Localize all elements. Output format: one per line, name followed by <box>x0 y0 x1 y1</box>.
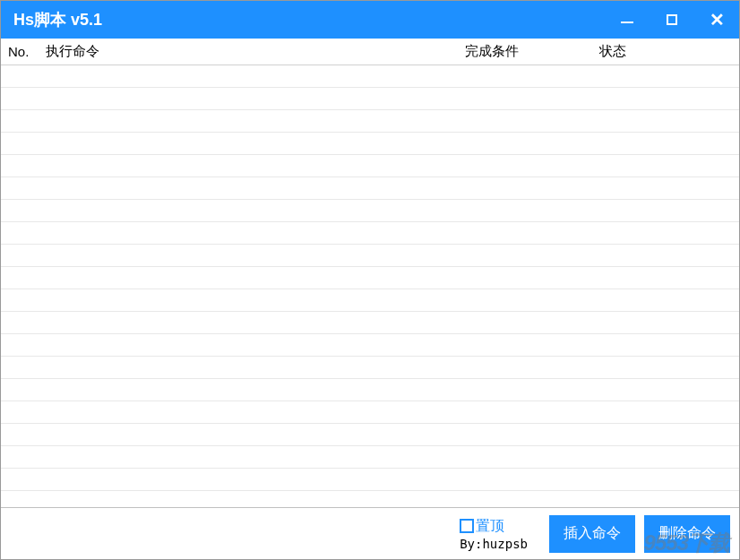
minimize-icon <box>621 22 633 23</box>
table-row[interactable] <box>1 401 739 424</box>
window-controls: ✕ <box>605 1 739 39</box>
maximize-button[interactable] <box>650 1 694 39</box>
table-row[interactable] <box>1 446 739 469</box>
header-status: 状态 <box>596 43 739 60</box>
delete-command-button[interactable]: 删除命令 <box>644 515 730 553</box>
table-header: No. 执行命令 完成条件 状态 <box>1 39 739 65</box>
table-row[interactable] <box>1 177 739 200</box>
table-row[interactable] <box>1 222 739 245</box>
minimize-button[interactable] <box>605 1 650 39</box>
table-row[interactable] <box>1 65 739 88</box>
header-command: 执行命令 <box>42 43 461 60</box>
pin-top-label: 置顶 <box>476 517 504 536</box>
table-row[interactable] <box>1 312 739 334</box>
header-condition: 完成条件 <box>461 43 596 60</box>
table-row[interactable] <box>1 155 739 177</box>
byline: By:huzpsb <box>460 537 528 551</box>
content-area: No. 执行命令 完成条件 状态 <box>1 39 739 507</box>
table-row[interactable] <box>1 245 739 267</box>
window-title: Hs脚本 v5.1 <box>13 9 102 30</box>
close-button[interactable]: ✕ <box>694 1 739 39</box>
table-row[interactable] <box>1 133 739 155</box>
table-row[interactable] <box>1 200 739 222</box>
table-row[interactable] <box>1 379 739 401</box>
footer-bar: 置顶 By:huzpsb 插入命令 删除命令 <box>1 507 739 559</box>
titlebar: Hs脚本 v5.1 ✕ <box>1 1 739 39</box>
table-body[interactable] <box>1 65 739 507</box>
table-row[interactable] <box>1 88 739 110</box>
table-row[interactable] <box>1 424 739 446</box>
pin-top-checkbox[interactable]: 置顶 <box>460 517 504 536</box>
table-row[interactable] <box>1 469 739 491</box>
table-row[interactable] <box>1 357 739 379</box>
table-row[interactable] <box>1 289 739 312</box>
header-no: No. <box>1 44 42 59</box>
close-icon: ✕ <box>710 11 725 29</box>
insert-command-button[interactable]: 插入命令 <box>549 515 635 553</box>
maximize-icon <box>667 14 677 25</box>
checkbox-icon <box>460 519 474 533</box>
footer-center: 置顶 By:huzpsb <box>460 517 528 551</box>
table-row[interactable] <box>1 334 739 357</box>
table-row[interactable] <box>1 110 739 133</box>
table-row[interactable] <box>1 267 739 289</box>
